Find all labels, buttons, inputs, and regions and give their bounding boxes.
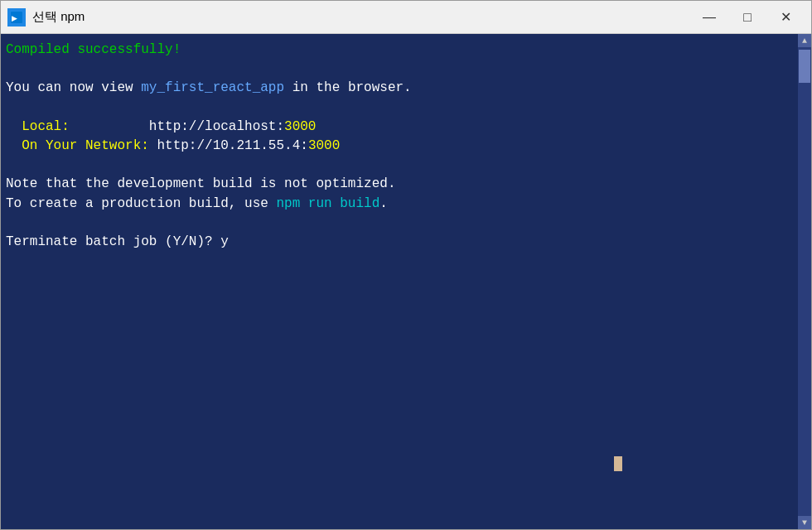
local-url-line: Local: http://localhost:3000 (6, 118, 806, 137)
local-url-base: http://localhost: (149, 119, 284, 134)
app-name: my_first_react_app (141, 80, 284, 95)
scrollbar[interactable]: ▲ ▼ (798, 34, 811, 529)
view-suffix: in the browser. (284, 80, 412, 95)
local-label: Local: (6, 119, 149, 134)
blank-line-4 (6, 214, 806, 233)
network-url-line: On Your Network: http://10.211.55.4:3000 (6, 137, 806, 156)
scroll-up-arrow[interactable]: ▲ (798, 34, 811, 47)
maximize-button[interactable]: □ (728, 1, 766, 34)
npm-run-build: npm run build (276, 196, 379, 211)
scrollbar-track[interactable] (798, 47, 811, 516)
blank-line-1 (6, 60, 806, 79)
note-line: Note that the development build is not o… (6, 175, 806, 194)
prod-prefix: To create a production build, use (6, 196, 276, 211)
prod-build-line: To create a production build, use npm ru… (6, 195, 806, 214)
svg-text:▶: ▶ (12, 14, 17, 22)
terminal-body[interactable]: Compiled successfully! You can now view … (1, 34, 811, 529)
close-button[interactable]: ✕ (766, 1, 805, 34)
blank-line-2 (6, 99, 806, 118)
network-label: On Your Network: (6, 138, 157, 153)
local-port: 3000 (284, 119, 316, 134)
terminate-line: Terminate batch job (Y/N)? y (6, 233, 806, 252)
view-prefix: You can now view (6, 80, 141, 95)
window-title: 선택 npm (32, 9, 690, 25)
network-port: 3000 (308, 138, 340, 153)
cursor (614, 456, 622, 471)
window-controls: — □ ✕ (690, 1, 805, 34)
scroll-down-arrow[interactable]: ▼ (798, 516, 811, 529)
blank-line-3 (6, 156, 806, 175)
view-message-line: You can now view my_first_react_app in t… (6, 79, 806, 98)
app-icon: ▶ (7, 8, 26, 26)
minimize-button[interactable]: — (690, 1, 728, 34)
title-bar: ▶ 선택 npm — □ ✕ (1, 1, 811, 34)
network-url-base: http://10.211.55.4: (157, 138, 307, 153)
compiled-line: Compiled successfully! (6, 41, 806, 60)
scrollbar-thumb[interactable] (799, 50, 810, 83)
window: ▶ 선택 npm — □ ✕ Compiled successfully! Yo… (0, 0, 812, 530)
prod-suffix: . (379, 196, 388, 211)
